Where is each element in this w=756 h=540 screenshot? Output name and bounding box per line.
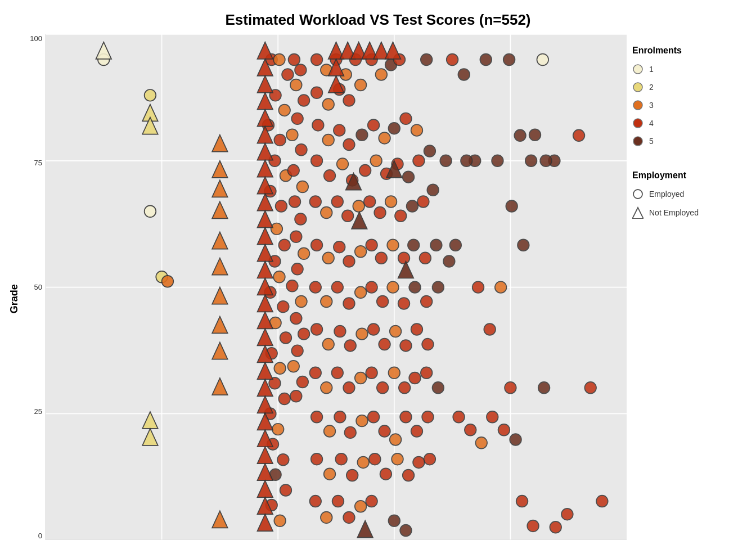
svg-point-21 xyxy=(274,134,286,146)
svg-point-48 xyxy=(290,79,302,91)
svg-point-147 xyxy=(368,323,380,335)
svg-point-195 xyxy=(447,54,458,66)
svg-point-148 xyxy=(379,339,390,350)
y-ticks: 100 75 50 25 0 xyxy=(23,34,46,540)
svg-point-61 xyxy=(295,296,307,308)
y-tick-75: 75 xyxy=(34,159,42,167)
svg-point-35 xyxy=(274,362,286,374)
svg-point-202 xyxy=(525,155,537,166)
svg-point-209 xyxy=(495,281,507,293)
y-axis-label: Grade xyxy=(6,34,23,540)
y-tick-25: 25 xyxy=(34,407,42,416)
svg-point-158 xyxy=(366,367,377,379)
svg-point-60 xyxy=(286,280,298,292)
svg-point-132 xyxy=(343,298,355,309)
svg-point-126 xyxy=(408,239,420,251)
svg-point-172 xyxy=(390,434,402,446)
svg-point-50 xyxy=(291,113,303,125)
legend-enrolment-3: 3 xyxy=(632,100,745,111)
svg-point-88 xyxy=(379,132,390,144)
svg-point-217 xyxy=(487,411,498,423)
svg-point-216 xyxy=(475,437,487,449)
svg-point-206 xyxy=(461,155,472,166)
svg-point-214 xyxy=(453,411,465,423)
svg-point-188 xyxy=(424,453,436,465)
svg-point-175 xyxy=(422,411,434,423)
svg-point-84 xyxy=(334,124,345,136)
svg-point-118 xyxy=(322,252,334,264)
svg-point-200 xyxy=(503,54,515,66)
svg-point-108 xyxy=(353,200,364,212)
svg-point-39 xyxy=(272,424,284,435)
svg-point-225 xyxy=(561,508,573,520)
svg-point-142 xyxy=(311,323,323,335)
svg-point-140 xyxy=(433,281,444,293)
svg-point-174 xyxy=(411,425,423,437)
svg-point-77 xyxy=(355,79,367,91)
svg-point-151 xyxy=(411,323,423,335)
svg-point-63 xyxy=(298,328,310,340)
svg-point-87 xyxy=(368,119,380,131)
svg-point-210 xyxy=(506,200,518,212)
svg-point-86 xyxy=(356,129,368,141)
svg-point-105 xyxy=(321,207,332,219)
legend-enrolment-1: 1 xyxy=(632,64,745,75)
svg-point-47 xyxy=(295,64,307,76)
svg-point-293 xyxy=(633,137,642,146)
svg-point-91 xyxy=(411,124,423,136)
svg-point-181 xyxy=(346,470,358,482)
svg-point-125 xyxy=(398,252,410,264)
svg-point-51 xyxy=(286,129,298,141)
svg-point-152 xyxy=(422,339,434,350)
svg-point-74 xyxy=(322,98,334,110)
svg-point-205 xyxy=(450,239,462,251)
svg-point-115 xyxy=(427,184,439,196)
svg-point-226 xyxy=(573,129,585,141)
svg-point-131 xyxy=(331,281,343,293)
svg-point-79 xyxy=(376,69,388,80)
svg-point-11 xyxy=(145,89,156,101)
svg-point-43 xyxy=(280,484,292,496)
enrolments-legend-title: Enrolments xyxy=(632,46,745,56)
svg-point-166 xyxy=(324,425,336,437)
svg-point-144 xyxy=(334,326,346,338)
svg-point-215 xyxy=(465,424,476,436)
svg-point-208 xyxy=(484,323,496,335)
svg-point-93 xyxy=(311,155,323,166)
svg-point-110 xyxy=(374,207,386,219)
svg-point-169 xyxy=(356,415,368,427)
plot-with-yaxis: 100 75 50 25 0 xyxy=(23,34,627,540)
svg-point-180 xyxy=(335,453,347,465)
svg-point-163 xyxy=(421,367,433,379)
svg-point-113 xyxy=(407,200,418,212)
employment-legend-title: Employment xyxy=(632,170,745,181)
svg-point-191 xyxy=(332,496,344,507)
svg-point-123 xyxy=(376,252,388,264)
svg-point-170 xyxy=(368,411,380,423)
svg-point-159 xyxy=(377,382,389,394)
svg-point-13 xyxy=(162,276,174,287)
svg-point-289 xyxy=(633,65,642,74)
svg-point-224 xyxy=(550,521,561,533)
svg-point-176 xyxy=(388,515,400,526)
svg-point-221 xyxy=(516,496,528,507)
svg-point-294 xyxy=(633,190,642,199)
svg-point-160 xyxy=(388,367,400,379)
svg-point-107 xyxy=(342,210,354,222)
svg-point-66 xyxy=(296,376,308,388)
svg-point-192 xyxy=(343,512,355,524)
svg-point-154 xyxy=(321,382,332,394)
svg-point-55 xyxy=(289,196,301,208)
plot-svg-container xyxy=(46,34,627,540)
svg-point-95 xyxy=(337,158,349,170)
svg-point-122 xyxy=(366,239,377,251)
svg-point-97 xyxy=(359,165,371,177)
not-employed-label: Not Employed xyxy=(649,208,699,217)
svg-point-16 xyxy=(273,54,285,66)
svg-point-199 xyxy=(492,155,503,166)
svg-marker-295 xyxy=(632,208,644,219)
svg-point-186 xyxy=(403,470,415,482)
svg-point-168 xyxy=(344,427,356,439)
chart-body: Grade 100 75 50 25 0 xyxy=(6,34,750,540)
svg-point-101 xyxy=(403,171,415,183)
